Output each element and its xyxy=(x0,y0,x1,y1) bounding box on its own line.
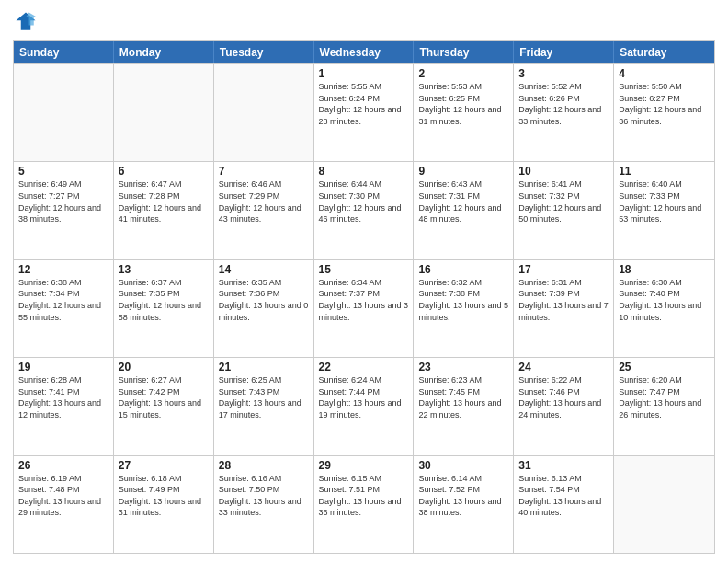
cal-cell xyxy=(14,64,114,161)
cell-info: Sunrise: 5:53 AMSunset: 6:25 PMDaylight:… xyxy=(418,81,508,127)
cal-cell: 5Sunrise: 6:49 AMSunset: 7:27 PMDaylight… xyxy=(14,162,114,259)
cal-header-cell-friday: Friday xyxy=(514,41,614,63)
cell-info: Sunrise: 6:41 AMSunset: 7:32 PMDaylight:… xyxy=(518,178,609,224)
day-number: 9 xyxy=(418,165,508,178)
cell-info: Sunrise: 6:25 AMSunset: 7:43 PMDaylight:… xyxy=(219,374,309,420)
cell-info: Sunrise: 6:38 AMSunset: 7:34 PMDaylight:… xyxy=(18,277,108,323)
day-number: 26 xyxy=(18,459,108,472)
day-number: 6 xyxy=(119,165,209,178)
cell-info: Sunrise: 6:43 AMSunset: 7:31 PMDaylight:… xyxy=(418,178,508,224)
day-number: 17 xyxy=(518,263,609,276)
day-number: 21 xyxy=(219,361,309,373)
day-number: 11 xyxy=(619,165,710,178)
logo-icon xyxy=(13,9,39,35)
cal-header-cell-sunday: Sunday xyxy=(14,41,114,63)
cal-cell: 30Sunrise: 6:14 AMSunset: 7:52 PMDayligh… xyxy=(414,456,514,553)
day-number: 5 xyxy=(18,165,108,178)
cell-info: Sunrise: 6:19 AMSunset: 7:48 PMDaylight:… xyxy=(18,473,108,519)
page: SundayMondayTuesdayWednesdayThursdayFrid… xyxy=(0,0,728,563)
day-number: 25 xyxy=(619,361,710,373)
cal-row-2: 12Sunrise: 6:38 AMSunset: 7:34 PMDayligh… xyxy=(14,259,714,357)
cal-cell: 13Sunrise: 6:37 AMSunset: 7:35 PMDayligh… xyxy=(114,260,214,357)
cal-cell: 18Sunrise: 6:30 AMSunset: 7:40 PMDayligh… xyxy=(614,260,714,357)
cal-cell: 24Sunrise: 6:22 AMSunset: 7:46 PMDayligh… xyxy=(514,358,614,454)
day-number: 16 xyxy=(418,263,508,276)
cal-row-1: 5Sunrise: 6:49 AMSunset: 7:27 PMDaylight… xyxy=(14,161,714,259)
cal-header-cell-monday: Monday xyxy=(114,41,214,63)
cal-cell: 17Sunrise: 6:31 AMSunset: 7:39 PMDayligh… xyxy=(514,260,614,357)
cell-info: Sunrise: 6:22 AMSunset: 7:46 PMDaylight:… xyxy=(518,374,609,420)
day-number: 15 xyxy=(319,263,409,276)
day-number: 30 xyxy=(418,459,508,472)
logo xyxy=(13,9,42,35)
cell-info: Sunrise: 6:34 AMSunset: 7:37 PMDaylight:… xyxy=(319,277,409,323)
day-number: 24 xyxy=(518,361,609,373)
calendar-header-row: SundayMondayTuesdayWednesdayThursdayFrid… xyxy=(14,41,714,63)
day-number: 18 xyxy=(619,263,710,276)
day-number: 22 xyxy=(319,361,409,373)
calendar: SundayMondayTuesdayWednesdayThursdayFrid… xyxy=(13,40,715,554)
day-number: 1 xyxy=(319,67,409,80)
cal-row-3: 19Sunrise: 6:28 AMSunset: 7:41 PMDayligh… xyxy=(14,357,714,454)
cal-cell: 10Sunrise: 6:41 AMSunset: 7:32 PMDayligh… xyxy=(514,162,614,259)
cal-cell: 21Sunrise: 6:25 AMSunset: 7:43 PMDayligh… xyxy=(214,358,314,454)
cal-cell xyxy=(114,64,214,161)
cal-row-0: 1Sunrise: 5:55 AMSunset: 6:24 PMDaylight… xyxy=(14,63,714,161)
cell-info: Sunrise: 5:50 AMSunset: 6:27 PMDaylight:… xyxy=(619,81,710,127)
cal-cell: 20Sunrise: 6:27 AMSunset: 7:42 PMDayligh… xyxy=(114,358,214,454)
cal-header-cell-tuesday: Tuesday xyxy=(214,41,314,63)
cal-cell: 23Sunrise: 6:23 AMSunset: 7:45 PMDayligh… xyxy=(414,358,514,454)
cal-cell: 12Sunrise: 6:38 AMSunset: 7:34 PMDayligh… xyxy=(14,260,114,357)
cell-info: Sunrise: 6:32 AMSunset: 7:38 PMDaylight:… xyxy=(418,277,508,323)
day-number: 27 xyxy=(119,459,209,472)
cell-info: Sunrise: 6:44 AMSunset: 7:30 PMDaylight:… xyxy=(319,178,409,224)
cell-info: Sunrise: 6:46 AMSunset: 7:29 PMDaylight:… xyxy=(219,178,309,224)
day-number: 2 xyxy=(418,67,508,80)
day-number: 20 xyxy=(119,361,209,373)
cal-cell: 8Sunrise: 6:44 AMSunset: 7:30 PMDaylight… xyxy=(314,162,415,259)
day-number: 8 xyxy=(319,165,409,178)
cal-header-cell-saturday: Saturday xyxy=(614,41,714,63)
cell-info: Sunrise: 6:30 AMSunset: 7:40 PMDaylight:… xyxy=(619,277,710,323)
cell-info: Sunrise: 6:47 AMSunset: 7:28 PMDaylight:… xyxy=(119,178,209,224)
day-number: 4 xyxy=(619,67,710,80)
day-number: 31 xyxy=(518,459,609,472)
cal-cell: 11Sunrise: 6:40 AMSunset: 7:33 PMDayligh… xyxy=(614,162,714,259)
cell-info: Sunrise: 6:35 AMSunset: 7:36 PMDaylight:… xyxy=(219,277,309,323)
cal-cell: 31Sunrise: 6:13 AMSunset: 7:54 PMDayligh… xyxy=(514,456,614,553)
cal-header-cell-wednesday: Wednesday xyxy=(314,41,415,63)
header xyxy=(13,9,715,35)
cell-info: Sunrise: 5:55 AMSunset: 6:24 PMDaylight:… xyxy=(319,81,409,127)
cell-info: Sunrise: 6:24 AMSunset: 7:44 PMDaylight:… xyxy=(319,374,409,420)
day-number: 14 xyxy=(219,263,309,276)
cell-info: Sunrise: 6:49 AMSunset: 7:27 PMDaylight:… xyxy=(18,178,108,224)
cell-info: Sunrise: 6:16 AMSunset: 7:50 PMDaylight:… xyxy=(219,473,309,519)
day-number: 23 xyxy=(418,361,508,373)
cell-info: Sunrise: 6:28 AMSunset: 7:41 PMDaylight:… xyxy=(18,374,108,420)
day-number: 13 xyxy=(119,263,209,276)
day-number: 10 xyxy=(518,165,609,178)
cell-info: Sunrise: 6:20 AMSunset: 7:47 PMDaylight:… xyxy=(619,374,710,420)
cell-info: Sunrise: 5:52 AMSunset: 6:26 PMDaylight:… xyxy=(518,81,609,127)
day-number: 3 xyxy=(518,67,609,80)
cal-row-4: 26Sunrise: 6:19 AMSunset: 7:48 PMDayligh… xyxy=(14,455,714,553)
cal-cell xyxy=(214,64,314,161)
cal-cell: 2Sunrise: 5:53 AMSunset: 6:25 PMDaylight… xyxy=(414,64,514,161)
cal-cell: 6Sunrise: 6:47 AMSunset: 7:28 PMDaylight… xyxy=(114,162,214,259)
cal-cell: 28Sunrise: 6:16 AMSunset: 7:50 PMDayligh… xyxy=(214,456,314,553)
cal-cell: 16Sunrise: 6:32 AMSunset: 7:38 PMDayligh… xyxy=(414,260,514,357)
cal-cell: 4Sunrise: 5:50 AMSunset: 6:27 PMDaylight… xyxy=(614,64,714,161)
cal-cell: 27Sunrise: 6:18 AMSunset: 7:49 PMDayligh… xyxy=(114,456,214,553)
cal-cell: 1Sunrise: 5:55 AMSunset: 6:24 PMDaylight… xyxy=(314,64,415,161)
cal-header-cell-thursday: Thursday xyxy=(414,41,514,63)
cell-info: Sunrise: 6:27 AMSunset: 7:42 PMDaylight:… xyxy=(119,374,209,420)
cal-cell: 14Sunrise: 6:35 AMSunset: 7:36 PMDayligh… xyxy=(214,260,314,357)
day-number: 12 xyxy=(18,263,108,276)
cell-info: Sunrise: 6:15 AMSunset: 7:51 PMDaylight:… xyxy=(319,473,409,519)
cell-info: Sunrise: 6:31 AMSunset: 7:39 PMDaylight:… xyxy=(518,277,609,323)
day-number: 28 xyxy=(219,459,309,472)
cell-info: Sunrise: 6:37 AMSunset: 7:35 PMDaylight:… xyxy=(119,277,209,323)
cal-cell: 15Sunrise: 6:34 AMSunset: 7:37 PMDayligh… xyxy=(314,260,415,357)
cell-info: Sunrise: 6:13 AMSunset: 7:54 PMDaylight:… xyxy=(518,473,609,519)
cal-cell: 7Sunrise: 6:46 AMSunset: 7:29 PMDaylight… xyxy=(214,162,314,259)
